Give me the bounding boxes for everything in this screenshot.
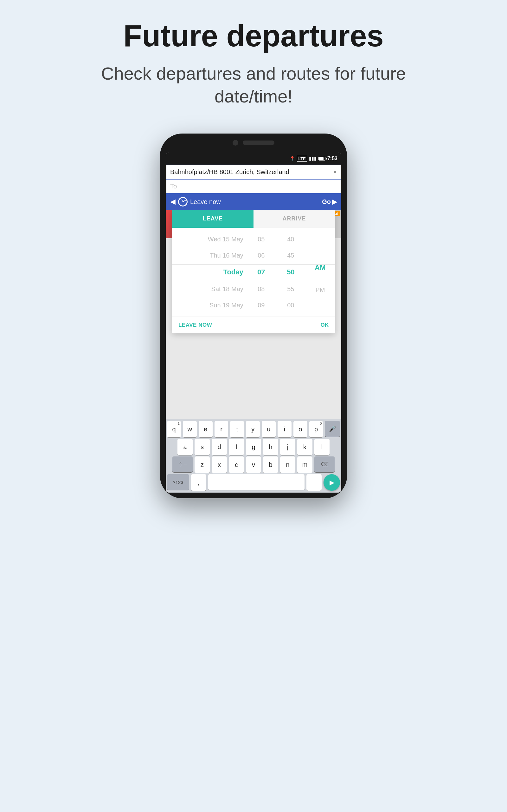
min-item-4: 00 — [287, 301, 294, 310]
ok-button[interactable]: OK — [321, 322, 329, 328]
hour-item-4: 09 — [258, 301, 265, 310]
leave-now-button[interactable]: LEAVE NOW — [178, 322, 212, 328]
key-s[interactable]: s — [194, 439, 210, 455]
picker-date-column[interactable]: Wed 15 May Thu 16 May Today Sat 18 May S… — [172, 228, 246, 316]
key-t[interactable]: t — [230, 421, 244, 438]
key-i[interactable]: i — [278, 421, 291, 438]
datetime-picker[interactable]: LEAVE ARRIVE Wed 15 May Thu 16 May Today… — [172, 210, 335, 334]
key-y[interactable]: y — [246, 421, 260, 438]
mic-key[interactable]: 🎤 — [325, 421, 340, 437]
keyboard-row-3: ⇧ — z x c v b n m ⌫ — [167, 456, 340, 473]
key-n[interactable]: n — [280, 456, 295, 473]
phone-mockup: 📍 LTE ▮▮▮ 7:53 Bahnhofplatz/HB 8001 Züri… — [160, 134, 347, 498]
key-e[interactable]: e — [199, 421, 213, 438]
kb-go-button[interactable]: ▶ — [324, 474, 340, 491]
content-area: EA Ad LEAVE ARRIVE Wed 15 May Thu 16 — [166, 210, 341, 419]
hour-item-1: 06 — [258, 251, 265, 260]
page-subtitle: Check departures and routes for future d… — [79, 62, 428, 108]
key-r[interactable]: r — [215, 421, 228, 438]
key-c[interactable]: c — [229, 456, 244, 473]
min-item-0: 40 — [287, 235, 294, 244]
page-title: Future departures — [123, 19, 383, 53]
key-m[interactable]: m — [297, 456, 313, 473]
picker-footer: LEAVE NOW OK — [172, 316, 335, 334]
date-item-1: Thu 16 May — [210, 251, 243, 260]
ampm-item-pm: PM — [315, 286, 325, 294]
keyboard-row-2: a s d f g h j k l — [167, 439, 340, 455]
key-a[interactable]: a — [177, 439, 193, 455]
date-item-today: Today — [223, 267, 243, 277]
date-item-0: Wed 15 May — [208, 235, 243, 244]
hour-item-3: 08 — [258, 285, 265, 293]
status-time: 7:53 — [327, 156, 337, 161]
key-v[interactable]: v — [246, 456, 261, 473]
key-p[interactable]: 0p — [309, 421, 323, 438]
location-icon: 📍 — [290, 156, 295, 161]
key-b[interactable]: b — [263, 456, 278, 473]
key-x[interactable]: x — [212, 456, 227, 473]
key-d[interactable]: d — [212, 439, 227, 455]
ampm-item-am: AM — [315, 263, 326, 273]
phone-camera — [233, 140, 238, 146]
phone-top-bar — [233, 140, 274, 146]
delete-key[interactable]: ⌫ — [314, 456, 335, 472]
key-w[interactable]: w — [183, 421, 197, 438]
from-field[interactable]: Bahnhofplatz/HB 8001 Zürich, Switzerland… — [166, 165, 341, 180]
shift-key[interactable]: ⇧ — — [172, 456, 193, 472]
picker-tabs: LEAVE ARRIVE — [172, 210, 335, 228]
lte-indicator: LTE — [297, 156, 307, 162]
key-z[interactable]: z — [194, 456, 210, 473]
min-item-3: 55 — [287, 285, 294, 293]
picker-hour-column[interactable]: 05 06 07 08 09 — [246, 228, 276, 316]
arrive-tab[interactable]: ARRIVE — [253, 210, 335, 228]
key-f[interactable]: f — [229, 439, 244, 455]
symbols-key[interactable]: ?123 — [167, 474, 189, 490]
go-button[interactable]: Go ▶ — [322, 198, 337, 206]
picker-ampm-column[interactable]: AM PM — [305, 228, 335, 316]
from-value: Bahnhofplatz/HB 8001 Zürich, Switzerland — [170, 168, 331, 176]
key-j[interactable]: j — [280, 439, 295, 455]
picker-columns: Wed 15 May Thu 16 May Today Sat 18 May S… — [172, 228, 335, 316]
key-k[interactable]: k — [297, 439, 313, 455]
keyboard: 1q w e r t y u i o 0p 🎤 a s d f — [166, 419, 341, 493]
key-u[interactable]: u — [262, 421, 276, 438]
battery-icon — [319, 157, 326, 160]
clock-icon — [178, 197, 187, 206]
hour-item-selected: 07 — [257, 267, 265, 277]
key-h[interactable]: h — [263, 439, 278, 455]
hour-item-0: 05 — [258, 235, 265, 244]
date-item-3: Sat 18 May — [211, 285, 243, 293]
min-item-1: 45 — [287, 251, 294, 260]
phone-screen: 📍 LTE ▮▮▮ 7:53 Bahnhofplatz/HB 8001 Züri… — [166, 153, 341, 493]
signal-icon: ▮▮▮ — [309, 156, 317, 161]
key-g[interactable]: g — [246, 439, 261, 455]
space-key[interactable] — [208, 474, 304, 490]
leave-tab[interactable]: LEAVE — [172, 210, 253, 228]
to-field[interactable]: To — [166, 180, 341, 194]
symbols-label: ?123 — [173, 479, 183, 485]
to-input-placeholder: To — [170, 183, 337, 190]
keyboard-row-4: ?123 , . ▶ — [167, 474, 340, 491]
key-comma[interactable]: , — [191, 474, 206, 491]
min-item-selected: 50 — [287, 267, 294, 277]
key-o[interactable]: o — [293, 421, 307, 438]
picker-minute-column[interactable]: 40 45 50 55 00 — [276, 228, 305, 316]
phone-speaker — [243, 141, 274, 145]
clear-button[interactable]: × — [333, 168, 337, 176]
key-q[interactable]: 1q — [167, 421, 181, 438]
prev-button[interactable]: ◀ — [170, 198, 176, 206]
status-bar: 📍 LTE ▮▮▮ 7:53 — [166, 153, 341, 165]
key-l[interactable]: l — [314, 439, 330, 455]
route-bar: ◀ Leave now Go ▶ — [166, 194, 341, 210]
leave-now-label: Leave now — [190, 198, 320, 206]
date-item-4: Sun 19 May — [210, 301, 243, 310]
key-period[interactable]: . — [306, 474, 322, 491]
keyboard-row-1: 1q w e r t y u i o 0p 🎤 — [167, 421, 340, 438]
